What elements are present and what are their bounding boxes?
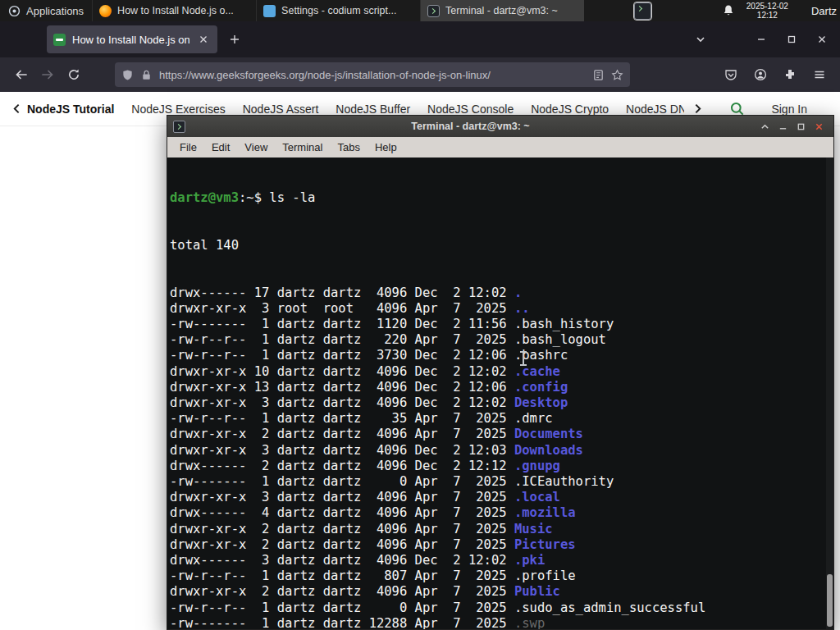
browser-close-button[interactable] (810, 29, 834, 50)
nav-scroll-right-icon[interactable] (692, 103, 703, 114)
bookmark-star-icon[interactable] (611, 69, 623, 81)
reader-mode-icon[interactable] (592, 69, 605, 81)
terminal-output-line: drwxr-xr-x 2 dartz dartz 4096 Apr 7 2025… (170, 584, 833, 600)
terminal-output-line: -rw-r--r-- 1 dartz dartz 807 Apr 7 2025 … (170, 568, 833, 584)
terminal-window-title: Terminal - dartz@vm3: ~ (185, 121, 756, 132)
forward-button[interactable] (34, 62, 61, 87)
reload-button[interactable] (61, 62, 87, 87)
page-favicon (53, 34, 66, 46)
taskbar-window-codium[interactable]: Settings - codium script... (256, 0, 420, 21)
menu-tabs[interactable]: Tabs (330, 141, 367, 153)
menu-file[interactable]: File (172, 141, 204, 153)
taskbar-window-terminal[interactable]: Terminal - dartz@vm3: ~ (420, 0, 584, 21)
site-nav-items: NodeJS Tutorial NodeJS Exercises NodeJS … (27, 103, 684, 116)
terminal-icon (173, 121, 185, 133)
terminal-output-line: drwx------ 3 dartz dartz 4096 Dec 2 12:0… (170, 553, 833, 568)
terminal-output-line: drwxr-xr-x 2 dartz dartz 4096 Apr 7 2025… (170, 427, 833, 442)
taskbar-window-title: How to Install Node.js o... (117, 5, 249, 16)
prompt-command: ls -la (269, 190, 315, 205)
terminal-maximize-button[interactable] (792, 118, 810, 135)
url-text[interactable]: https://www.geeksforgeeks.org/node-js/in… (159, 69, 586, 81)
menu-edit[interactable]: Edit (204, 141, 237, 153)
terminal-menu-bar: File Edit View Terminal Tabs Help (167, 137, 833, 158)
applications-label: Applications (26, 5, 84, 17)
terminal-output-line: -rw-r--r-- 1 dartz dartz 3730 Dec 2 12:0… (170, 348, 833, 363)
nav-scroll-left-icon[interactable] (11, 103, 22, 114)
site-nav-item[interactable]: NodeJS Assert (243, 103, 319, 116)
terminal-window: Terminal - dartz@vm3: ~ File Edit View T… (167, 115, 834, 630)
terminal-output-line: -rw-r--r-- 1 dartz dartz 35 Apr 7 2025 .… (170, 411, 833, 427)
terminal-output-line: drwxr-xr-x 3 dartz dartz 4096 Apr 7 2025… (170, 490, 833, 505)
sign-in-button[interactable]: Sign In (771, 103, 807, 116)
terminal-total-line: total 140 (170, 238, 833, 253)
terminal-output-line: -rw------- 1 dartz dartz 12288 Apr 7 202… (170, 616, 833, 629)
back-button[interactable] (8, 62, 34, 87)
clock-time: 12:12 (746, 11, 788, 21)
terminal-output-line: -rw-r--r-- 1 dartz dartz 220 Apr 7 2025 … (170, 332, 833, 348)
terminal-icon (427, 5, 440, 17)
site-nav-item[interactable]: NodeJS Tutorial (27, 103, 114, 116)
window-controls (690, 29, 840, 50)
taskbar-window-title: Terminal - dartz@vm3: ~ (445, 5, 578, 16)
terminal-shade-button[interactable] (756, 118, 774, 135)
terminal-output-line: drwxr-xr-x 3 dartz dartz 4096 Dec 2 12:0… (170, 395, 833, 411)
taskbar-window-browser[interactable]: How to Install Node.js o... (92, 0, 256, 21)
pocket-save-icon[interactable] (719, 62, 743, 87)
extensions-puzzle-icon[interactable] (778, 62, 802, 87)
taskbar-window-title: Settings - codium script... (281, 5, 413, 16)
clock-date: 2025-12-02 (746, 2, 788, 11)
system-tray: 2025-12-02 12:12 Dartz (634, 0, 840, 21)
browser-maximize-button[interactable] (779, 29, 804, 50)
terminal-scrollbar[interactable] (826, 158, 833, 629)
toolbar-right-icons (719, 62, 832, 87)
terminal-prompt-line: dartz@vm3:~$ ls -la (170, 190, 833, 206)
terminal-output-line: drwxr-xr-x 13 dartz dartz 4096 Dec 2 12:… (170, 380, 833, 395)
terminal-output-line: drwxr-xr-x 2 dartz dartz 4096 Apr 7 2025… (170, 522, 833, 537)
notification-bell-icon[interactable] (722, 4, 735, 17)
applications-menu[interactable]: Applications (0, 0, 92, 21)
terminal-output-line: drwx------ 2 dartz dartz 4096 Dec 2 12:1… (170, 459, 833, 474)
terminal-output-line: drwxr-xr-x 2 dartz dartz 4096 Apr 7 2025… (170, 537, 833, 553)
tab-title: How to Install Node.js on (72, 34, 189, 46)
site-nav-item[interactable]: NodeJS Exercises (131, 103, 225, 116)
browser-toolbar: https://www.geeksforgeeks.org/node-js/in… (0, 57, 840, 92)
desktop-screen: Applications How to Install Node.js o...… (0, 0, 840, 630)
site-nav-item[interactable]: NodeJS Buffer (336, 103, 410, 116)
site-nav-item[interactable]: NodeJS Crypto (531, 103, 609, 116)
terminal-tray-icon[interactable] (634, 2, 651, 20)
terminal-output[interactable]: dartz@vm3:~$ ls -la total 140 drwx------… (167, 158, 833, 629)
site-nav-item[interactable]: NodeJS DNS (626, 103, 684, 116)
menu-hamburger-icon[interactable] (807, 62, 832, 87)
terminal-output-line: -rw------- 1 dartz dartz 1120 Dec 2 11:5… (170, 317, 833, 332)
browser-minimize-button[interactable] (749, 29, 774, 50)
terminal-scrollbar-thumb[interactable] (827, 574, 833, 627)
terminal-output-line: drwxr-xr-x 3 dartz dartz 4096 Dec 2 12:0… (170, 443, 833, 459)
account-icon[interactable] (748, 62, 773, 87)
menu-help[interactable]: Help (368, 141, 404, 153)
firefox-icon (99, 5, 112, 17)
terminal-output-line: -rw------- 1 dartz dartz 0 Apr 7 2025 .I… (170, 474, 833, 490)
browser-tab-active[interactable]: How to Install Node.js on (47, 25, 217, 53)
terminal-listing: drwx------ 17 dartz dartz 4096 Dec 2 12:… (170, 285, 833, 629)
terminal-title-bar[interactable]: Terminal - dartz@vm3: ~ (167, 116, 833, 137)
tracking-protection-shield-icon[interactable] (121, 69, 134, 81)
terminal-output-line: drwx------ 17 dartz dartz 4096 Dec 2 12:… (170, 285, 833, 301)
padlock-icon[interactable] (140, 69, 153, 81)
terminal-output-line: drwx------ 4 dartz dartz 4096 Apr 7 2025… (170, 505, 833, 521)
browser-tab-bar: How to Install Node.js on (0, 21, 840, 57)
new-tab-button[interactable] (224, 29, 245, 50)
url-bar[interactable]: https://www.geeksforgeeks.org/node-js/in… (115, 62, 630, 87)
terminal-output-line: drwxr-xr-x 3 root root 4096 Apr 7 2025 .… (170, 301, 833, 317)
codium-icon (263, 5, 276, 17)
terminal-close-button[interactable] (810, 118, 828, 135)
terminal-output-line: -rw-r--r-- 1 dartz dartz 0 Apr 7 2025 .s… (170, 600, 833, 616)
site-nav-item[interactable]: NodeJS Console (427, 103, 514, 116)
tab-close-icon[interactable] (196, 32, 211, 47)
panel-user-label[interactable]: Dartz (811, 5, 837, 17)
terminal-minimize-button[interactable] (774, 118, 792, 135)
list-all-tabs-icon[interactable] (690, 29, 711, 50)
text-cursor (523, 351, 524, 366)
panel-clock[interactable]: 2025-12-02 12:12 (746, 2, 788, 21)
menu-view[interactable]: View (237, 141, 275, 153)
menu-terminal[interactable]: Terminal (275, 141, 330, 153)
